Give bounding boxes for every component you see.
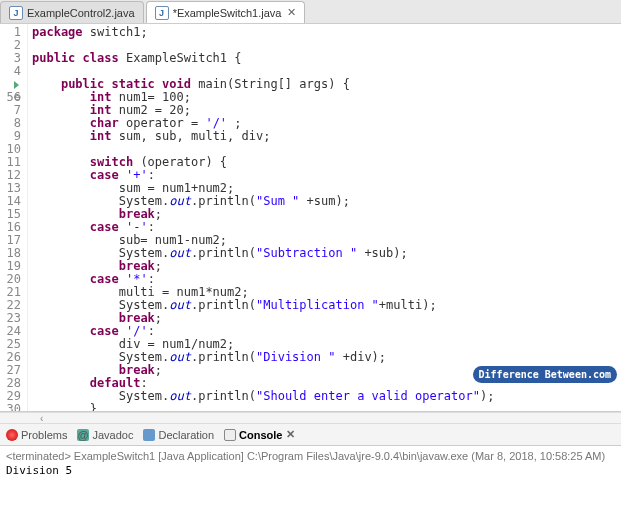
scroll-left-icon: ‹ <box>40 413 43 424</box>
horizontal-scrollbar[interactable]: ‹ <box>0 412 621 424</box>
tab-label: Declaration <box>158 429 214 441</box>
line-number: 4 <box>0 65 21 78</box>
java-file-icon: J <box>155 6 169 20</box>
console-panel: <terminated> ExampleSwitch1 [Java Applic… <box>0 446 621 481</box>
code-line[interactable]: int sum, sub, multi, div; <box>32 130 617 143</box>
tab-declaration[interactable]: Declaration <box>143 429 214 441</box>
close-icon[interactable]: ✕ <box>286 428 295 441</box>
javadoc-icon: @ <box>77 429 89 441</box>
code-editor[interactable]: 12345⊖6789101112131415161718192021222324… <box>0 24 621 412</box>
line-number-gutter: 12345⊖6789101112131415161718192021222324… <box>0 24 28 411</box>
tab-example-switch1[interactable]: J *ExampleSwitch1.java ✕ <box>146 1 306 23</box>
tab-label: Javadoc <box>92 429 133 441</box>
console-status: <terminated> ExampleSwitch1 [Java Applic… <box>6 450 615 462</box>
declaration-icon <box>143 429 155 441</box>
code-line[interactable]: package switch1; <box>32 26 617 39</box>
java-file-icon: J <box>9 6 23 20</box>
code-line[interactable]: public class ExampleSwitch1 { <box>32 52 617 65</box>
code-line[interactable]: } <box>32 403 617 412</box>
bottom-view-tabs: Problems @ Javadoc Declaration Console ✕ <box>0 424 621 446</box>
tab-problems[interactable]: Problems <box>6 429 67 441</box>
code-line[interactable]: System.out.println("Should enter a valid… <box>32 390 617 403</box>
console-icon <box>224 429 236 441</box>
line-number: 30 <box>0 403 21 412</box>
tab-label: *ExampleSwitch1.java <box>173 7 282 19</box>
tab-label: Console <box>239 429 282 441</box>
code-content[interactable]: package switch1;public class ExampleSwit… <box>28 24 621 411</box>
tab-label: Problems <box>21 429 67 441</box>
watermark-badge: Difference Between.com <box>473 366 617 383</box>
close-icon[interactable]: ✕ <box>287 6 296 19</box>
tab-javadoc[interactable]: @ Javadoc <box>77 429 133 441</box>
problems-icon <box>6 429 18 441</box>
tab-example-control2[interactable]: J ExampleControl2.java <box>0 1 144 23</box>
editor-tabs: J ExampleControl2.java J *ExampleSwitch1… <box>0 0 621 24</box>
console-output: Division 5 <box>6 464 615 477</box>
tab-label: ExampleControl2.java <box>27 7 135 19</box>
tab-console[interactable]: Console ✕ <box>224 428 294 441</box>
